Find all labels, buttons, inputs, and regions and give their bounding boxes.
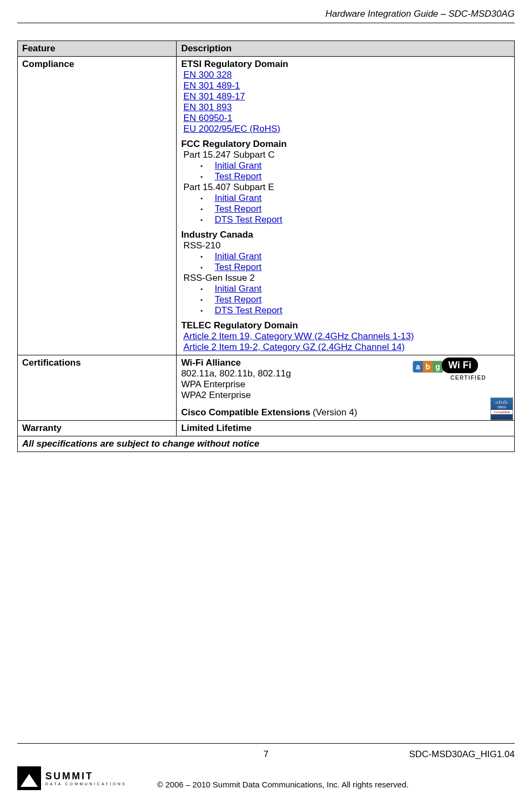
th-description: Description: [177, 41, 515, 57]
cell-notice: All specifications are subject to change…: [18, 436, 515, 452]
telec-heading: TELEC Regulatory Domain: [181, 320, 510, 331]
ic-rssgen-link[interactable]: Initial Grant: [214, 284, 261, 294]
ic-rssgen-link[interactable]: Test Report: [214, 294, 261, 305]
fcc-partc-link[interactable]: Initial Grant: [214, 160, 261, 171]
etsi-link[interactable]: EU 2002/95/EC (RoHS): [183, 124, 280, 134]
cell-warranty-feature: Warranty: [18, 421, 177, 436]
ic-rss210-link[interactable]: Initial Grant: [214, 251, 261, 261]
fcc-partc-link[interactable]: Test Report: [214, 171, 261, 181]
wifi-line: WPA Enterprise: [181, 379, 411, 390]
cell-cert-desc: Wi-Fi Alliance 802.11a, 802.11b, 802.11g…: [177, 355, 515, 421]
header-title: Hardware Integration Guide – SDC-MSD30AG: [325, 9, 515, 19]
fcc-partc-label: Part 15.247 Subpart C: [181, 150, 510, 160]
fcc-parte-label: Part 15.407 Subpart E: [181, 182, 510, 193]
fcc-parte-link[interactable]: Test Report: [214, 204, 261, 214]
row-certifications: Certifications Wi-Fi Alliance 802.11a, 8…: [18, 355, 515, 421]
page-number: 7: [264, 749, 268, 760]
ic-heading: Industry Canada: [181, 230, 510, 240]
cisco-compatible-badge-icon: ıılıılı cisco Compatible: [490, 397, 513, 420]
logo-text-small: DATA COMMUNICATIONS: [45, 782, 127, 786]
ic-rssgen-label: RSS-Gen Issue 2: [181, 273, 510, 284]
fcc-parte-link[interactable]: DTS Test Report: [214, 214, 282, 225]
wifi-alliance-heading: Wi-Fi Alliance: [181, 358, 411, 368]
doc-id: SDC-MSD30AG_HIG1.04: [268, 749, 515, 760]
page-header: Hardware Integration Guide – SDC-MSD30AG: [17, 0, 515, 23]
wifi-line: WPA2 Enterprise: [181, 390, 411, 401]
etsi-link[interactable]: EN 301 893: [183, 102, 232, 112]
etsi-link[interactable]: EN 60950-1: [183, 113, 232, 123]
cisco-rest: (Version 4): [310, 407, 357, 417]
copyright-text: © 2006 – 2010 Summit Data Communications…: [127, 780, 440, 790]
logo-text-big: SUMMIT: [45, 771, 127, 782]
telec-link[interactable]: Article 2 Item 19, Category WW (2.4GHz C…: [183, 331, 414, 341]
th-feature: Feature: [18, 41, 177, 57]
cell-cert-feature: Certifications: [18, 355, 177, 421]
cell-warranty-value: Limited Lifetime: [177, 421, 515, 436]
etsi-link[interactable]: EN 300 328: [183, 70, 232, 80]
spec-table: Feature Description Compliance ETSI Regu…: [17, 41, 515, 452]
row-compliance: Compliance ETSI Regulatory Domain EN 300…: [18, 57, 515, 355]
row-notice: All specifications are subject to change…: [18, 436, 515, 452]
etsi-link[interactable]: EN 301 489-1: [183, 80, 240, 91]
wifi-certified-badge-icon: abg Wi Fi CERTIFIED: [413, 358, 504, 390]
ic-rssgen-link[interactable]: DTS Test Report: [214, 305, 282, 315]
fcc-parte-link[interactable]: Initial Grant: [214, 193, 261, 203]
telec-link[interactable]: Article 2 Item 19-2, Category GZ (2.4GHz…: [183, 342, 405, 352]
cisco-line: Cisco Compatible Extensions (Version 4): [181, 407, 411, 418]
etsi-link[interactable]: EN 301 489-17: [183, 91, 245, 102]
etsi-heading: ETSI Regulatory Domain: [181, 59, 510, 70]
page-footer: 7 SDC-MSD30AG_HIG1.04 SUMMIT DATA COMMUN…: [0, 743, 532, 802]
ic-rss210-link[interactable]: Test Report: [214, 262, 261, 272]
fcc-heading: FCC Regulatory Domain: [181, 139, 510, 150]
row-warranty: Warranty Limited Lifetime: [18, 421, 515, 436]
ic-rss210-label: RSS-210: [181, 240, 510, 251]
cell-compliance-desc: ETSI Regulatory Domain EN 300 328 EN 301…: [177, 57, 515, 355]
cisco-bold: Cisco Compatible Extensions: [181, 407, 310, 417]
summit-logo-icon: SUMMIT DATA COMMUNICATIONS: [17, 766, 127, 790]
wifi-line: 802.11a, 802.11b, 802.11g: [181, 368, 411, 379]
cell-compliance-feature: Compliance: [18, 57, 177, 355]
